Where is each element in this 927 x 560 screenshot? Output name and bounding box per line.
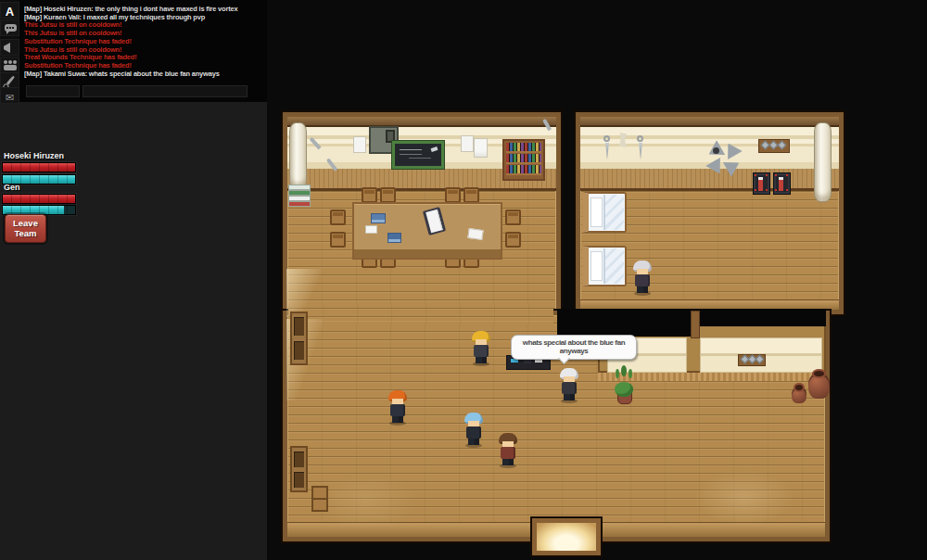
hp-bar	[2, 162, 76, 172]
bed	[582, 192, 627, 233]
doorway[interactable]	[532, 518, 601, 555]
wall-shelf	[290, 446, 308, 492]
wall-scroll	[289, 122, 307, 189]
supply-crate	[773, 172, 791, 195]
chat-panel: A ✉ [Map] Hoseki Hiruzen: the only thing…	[0, 0, 267, 102]
chat-bubble-icon[interactable]	[0, 19, 19, 36]
speech-bubble: whats special about the blue fan anyways	[511, 335, 637, 360]
chair	[464, 187, 479, 203]
chat-log[interactable]: [Map] Hoseki Hiruzen: the only thing i d…	[24, 6, 265, 78]
shuriken-tray	[738, 354, 766, 366]
chat-message-input[interactable]	[83, 85, 248, 97]
chakra-bar-fill	[3, 206, 64, 214]
mail-icon[interactable]: ✉	[0, 87, 19, 104]
speech-bubble-line2: anyways	[514, 347, 634, 355]
blanket	[603, 248, 624, 284]
wall-ledge	[580, 117, 839, 127]
character-blonde-ninja[interactable]	[470, 331, 492, 366]
clay-pot-small	[792, 387, 806, 403]
book-stack	[288, 185, 311, 209]
party-icon[interactable]	[0, 57, 19, 73]
font-size-icon[interactable]: A	[0, 2, 19, 19]
hp-bar	[2, 194, 76, 204]
chat-sidebar: A ✉	[0, 0, 19, 104]
clay-pot-large	[808, 373, 830, 399]
wall-wainscot	[580, 169, 839, 191]
leave-team-button[interactable]: Leave Team	[5, 214, 46, 243]
pillow	[590, 197, 603, 227]
floor-join	[288, 304, 553, 325]
book-row	[506, 154, 541, 164]
mail-icon-glyph: ✉	[6, 92, 14, 104]
wooden-crate	[311, 486, 328, 512]
chair	[445, 187, 461, 203]
fuma-shuriken	[697, 132, 734, 169]
bed	[582, 246, 627, 286]
character-brown-haired-ninja[interactable]	[497, 433, 519, 468]
table-paper	[467, 228, 483, 240]
character-blue-haired-ninja[interactable]	[463, 413, 485, 448]
table-book	[387, 233, 401, 243]
chair	[330, 232, 346, 248]
table-paper	[365, 225, 377, 234]
speech-bubble-line1: whats special about the blue fan	[514, 338, 634, 347]
member-name: Gen	[4, 183, 20, 192]
chair	[505, 232, 521, 248]
wall-post	[691, 311, 700, 338]
game-screen: whats special about the blue fan anyways…	[0, 0, 927, 560]
chair	[380, 187, 396, 203]
pillow	[590, 251, 603, 281]
chat-message: [Map] Takami Suwa: whats special about t…	[24, 70, 265, 79]
blackboard	[392, 141, 444, 169]
hp-bar-fill	[3, 163, 75, 172]
wall-notepad	[474, 138, 488, 158]
font-size-icon-glyph: A	[6, 5, 14, 19]
chair	[330, 210, 346, 225]
chair	[505, 210, 521, 225]
character-white-haired-ninja[interactable]	[558, 368, 580, 403]
member-name: Hoseki Hiruzen	[4, 151, 64, 160]
character-bedroom-white-haired-ninja[interactable]	[631, 261, 654, 296]
blanket	[603, 195, 624, 230]
wall-ledge	[287, 117, 556, 127]
hp-bar-fill	[3, 195, 75, 203]
megaphone-icon[interactable]	[0, 39, 19, 56]
supply-crate	[753, 172, 770, 195]
shuriken-shelf	[758, 139, 790, 153]
wall-note	[461, 135, 474, 152]
wall-shelf	[290, 312, 308, 365]
book-row	[506, 165, 541, 175]
chat-channel-input[interactable]	[26, 85, 80, 97]
hanging-kunai	[601, 135, 614, 167]
chair	[362, 187, 377, 203]
wall-note	[353, 136, 366, 153]
wall-opening	[557, 309, 691, 337]
character-orange-haired-ninja[interactable]	[387, 390, 409, 426]
book-row	[506, 143, 541, 153]
potted-plant	[610, 365, 638, 406]
wall-scroll	[814, 122, 832, 202]
table-book	[371, 213, 386, 223]
hanging-kunai	[634, 135, 647, 167]
bookshelf	[502, 139, 545, 181]
